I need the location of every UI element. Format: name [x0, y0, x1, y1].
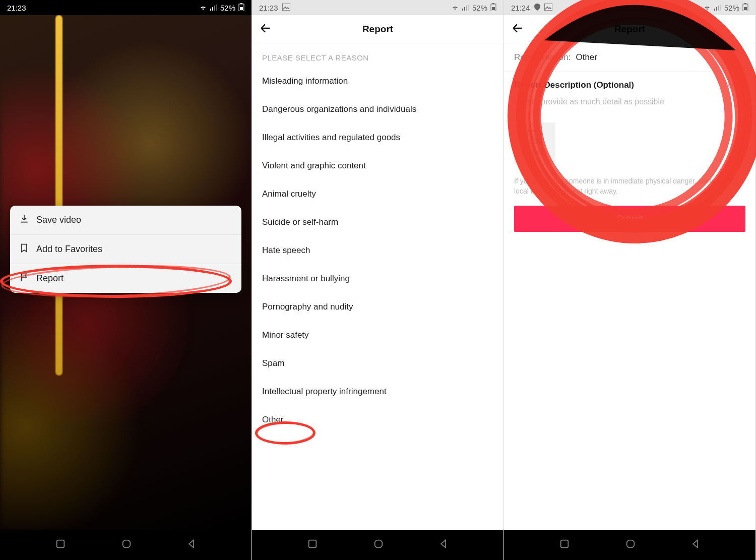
screen-report-description: 21:24 52% Report Report reason: Other Re…: [504, 0, 756, 560]
status-bar: 21:23 52%: [0, 0, 251, 15]
description-input[interactable]: Please provide as much detail as possibl…: [514, 97, 745, 106]
svg-rect-8: [122, 540, 130, 548]
battery-icon: [238, 3, 244, 13]
svg-rect-23: [720, 5, 721, 11]
reason-minor-safety[interactable]: Minor safety: [252, 321, 503, 349]
nav-recent-icon[interactable]: [55, 538, 66, 551]
video-background[interactable]: Save video Add to Favorites Report: [0, 15, 251, 530]
svg-rect-19: [544, 4, 552, 11]
report-label: Report: [36, 273, 64, 284]
reason-illegal[interactable]: Illegal activities and regulated goods: [252, 123, 503, 152]
status-battery: 52%: [724, 4, 739, 12]
status-time: 21:24: [511, 4, 530, 12]
status-battery: 52%: [472, 4, 487, 12]
save-video-label: Save video: [36, 215, 81, 225]
nav-recent-icon[interactable]: [307, 538, 318, 551]
report-item[interactable]: Report: [10, 264, 241, 293]
nav-recent-icon[interactable]: [559, 538, 570, 551]
section-label: PLEASE SELECT A REASON: [252, 43, 503, 67]
android-navbar: [252, 530, 503, 560]
svg-rect-20: [714, 9, 715, 11]
svg-rect-13: [468, 5, 469, 11]
signal-icon: [210, 5, 217, 11]
picture-icon: [544, 4, 552, 12]
status-time: 21:23: [7, 4, 26, 12]
save-video-item[interactable]: Save video: [10, 206, 241, 235]
svg-rect-27: [528, 131, 542, 143]
bookmark-icon: [19, 243, 29, 256]
svg-rect-6: [240, 7, 243, 10]
app-bar: Report: [252, 15, 503, 43]
page-title: Report: [614, 24, 645, 35]
battery-icon: [742, 3, 748, 13]
wifi-icon: [199, 5, 207, 11]
nav-back-icon[interactable]: [438, 538, 449, 551]
svg-rect-12: [466, 6, 467, 11]
emergency-notice: If you know that someone is in immediate…: [504, 167, 755, 199]
reason-ip[interactable]: Intellectual property infringement: [252, 378, 503, 406]
svg-rect-1: [212, 7, 213, 11]
back-button[interactable]: [259, 22, 272, 37]
nav-home-icon[interactable]: [373, 538, 384, 551]
android-navbar: [0, 530, 251, 560]
reason-harassment[interactable]: Harassment or bullying: [252, 265, 503, 293]
svg-rect-29: [560, 540, 568, 548]
upload-image-button[interactable]: 0/4: [514, 122, 555, 164]
report-reason-row[interactable]: Report reason: Other: [504, 43, 755, 72]
svg-rect-18: [374, 540, 382, 548]
add-favorite-item[interactable]: Add to Favorites: [10, 235, 241, 264]
submit-button[interactable]: Submit: [514, 206, 745, 232]
reason-value: Other: [576, 52, 597, 63]
add-favorite-label: Add to Favorites: [36, 244, 102, 255]
location-icon: [534, 4, 540, 12]
signal-icon: [714, 4, 721, 12]
back-button[interactable]: [511, 22, 524, 37]
reason-hate-speech[interactable]: Hate speech: [252, 236, 503, 265]
description-title: Report Description (Optional): [514, 80, 634, 90]
status-right: 52%: [199, 3, 244, 13]
nav-home-icon[interactable]: [625, 538, 636, 551]
status-right: 52%: [451, 3, 496, 13]
status-right: 52%: [703, 3, 748, 13]
reason-label: Report reason:: [514, 52, 571, 63]
reason-other[interactable]: Other: [252, 406, 503, 434]
action-sheet: Save video Add to Favorites Report: [10, 206, 241, 293]
upload-counter: 0/4: [530, 149, 539, 156]
svg-rect-30: [626, 540, 634, 548]
signal-icon: [462, 4, 469, 12]
picture-icon: [282, 4, 290, 12]
reason-pornography[interactable]: Pornography and nudity: [252, 293, 503, 321]
download-icon: [19, 214, 29, 226]
wifi-icon: [703, 4, 711, 12]
status-time: 21:23: [259, 4, 278, 12]
svg-rect-2: [214, 6, 215, 11]
nav-back-icon[interactable]: [690, 538, 701, 551]
page-title: Report: [362, 24, 393, 35]
svg-rect-11: [464, 7, 465, 11]
screen-report-reasons: 21:23 52% Report PLEASE SELECT A REASON …: [252, 0, 504, 560]
svg-rect-26: [744, 7, 747, 10]
svg-rect-10: [462, 9, 463, 11]
reason-misleading[interactable]: Misleading information: [252, 67, 503, 95]
status-bar: 21:23 52%: [252, 0, 503, 15]
svg-rect-22: [718, 6, 719, 11]
svg-rect-0: [210, 9, 211, 11]
nav-home-icon[interactable]: [121, 538, 132, 551]
svg-rect-17: [308, 540, 316, 548]
reason-spam[interactable]: Spam: [252, 349, 503, 378]
screen-video-menu: 21:23 52% Save video: [0, 0, 252, 560]
reasons-list: PLEASE SELECT A REASON Misleading inform…: [252, 43, 503, 530]
reason-animal-cruelty[interactable]: Animal cruelty: [252, 180, 503, 208]
status-battery: 52%: [220, 4, 235, 12]
reason-violent[interactable]: Violent and graphic content: [252, 152, 503, 180]
svg-rect-7: [56, 540, 64, 548]
status-bar: 21:24 52%: [504, 0, 755, 15]
report-form: Report reason: Other Report Description …: [504, 43, 755, 530]
nav-back-icon[interactable]: [186, 538, 197, 551]
battery-icon: [490, 3, 496, 13]
svg-rect-21: [716, 7, 717, 11]
description-counter: 0/200: [728, 81, 745, 89]
svg-rect-16: [492, 7, 495, 10]
reason-suicide[interactable]: Suicide or self-harm: [252, 208, 503, 236]
reason-dangerous-orgs[interactable]: Dangerous organizations and individuals: [252, 95, 503, 123]
